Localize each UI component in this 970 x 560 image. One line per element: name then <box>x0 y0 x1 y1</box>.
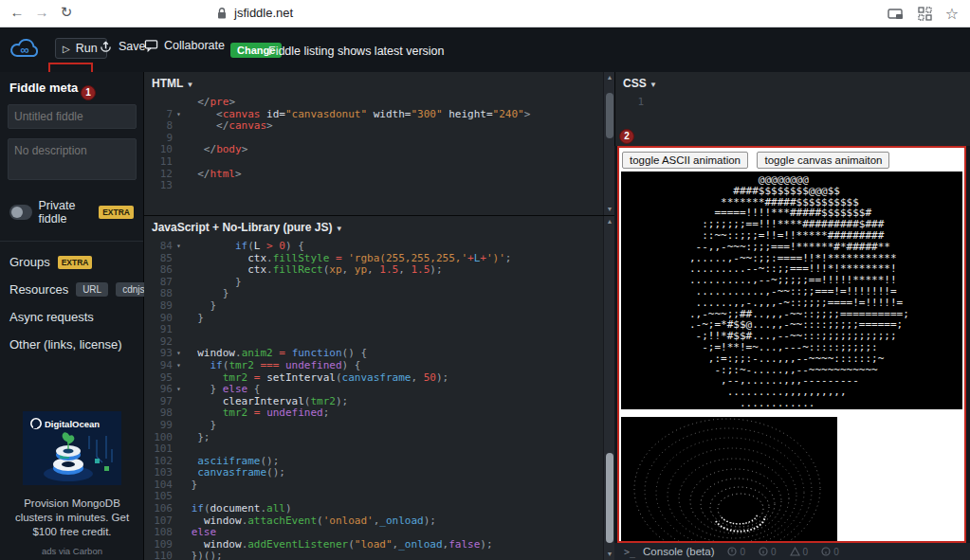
back-icon[interactable]: ← <box>8 4 27 20</box>
annotation-step-2: 2 <box>619 129 634 144</box>
jsfiddle-header: ∞ ▷ Run Save Collaborate Change Fiddle l… <box>0 27 970 72</box>
svg-text:∞: ∞ <box>20 43 28 57</box>
console-error-count[interactable]: 0 <box>727 547 745 557</box>
html-code-editor[interactable]: </pre>7▾ <canvas id="canvasdonut" width=… <box>144 92 614 192</box>
css-panel-header[interactable]: CSS ▼ <box>615 72 970 92</box>
header-notice: Fiddle listing shows latest version <box>268 45 445 58</box>
sidebar-item-other[interactable]: Other (links, license) <box>9 324 134 352</box>
ad-text[interactable]: Provision MongoDB clusters in minutes. G… <box>9 497 135 539</box>
save-icon <box>99 39 113 53</box>
code-line[interactable]: 12 </html> <box>144 169 614 181</box>
css-editor-panel: CSS ▼ 1 <box>614 72 970 146</box>
toggle-knob <box>11 207 23 218</box>
html-panel-header[interactable]: HTML ▼ <box>144 72 614 92</box>
sidebar: Fiddle meta Private fiddle EXTRA Groups … <box>0 72 144 560</box>
save-label: Save <box>119 40 146 53</box>
annotation-step-1: 1 <box>81 85 96 100</box>
result-panel: toggle ASCII animation toggle canvas ani… <box>617 146 966 543</box>
url-text: jsfiddle.net <box>234 6 293 20</box>
digitalocean-ad-image[interactable]: DigitalOcean <box>23 411 121 485</box>
terminal-prompt-icon: >_ <box>624 547 635 557</box>
code-line[interactable]: 10 </body> <box>144 144 614 156</box>
extra-badge: EXTRA <box>58 256 93 269</box>
carbon-ad[interactable]: DigitalOcean Provision MongoDB clusters … <box>0 411 144 556</box>
html-editor-scrollbar[interactable]: ▲ ▼ <box>603 72 614 215</box>
address-bar[interactable]: jsfiddle.net <box>216 6 293 20</box>
console-label: Console (beta) <box>643 546 714 557</box>
fiddle-description-input[interactable] <box>8 138 137 180</box>
code-line[interactable]: 99 } <box>144 420 614 432</box>
fiddle-title-input[interactable] <box>8 104 137 129</box>
js-editor-scrollbar[interactable]: ▲ ▼ <box>603 216 614 560</box>
js-editor-panel: JavaScript + No-Library (pure JS) ▼ 84▾ … <box>144 216 614 560</box>
console-bar[interactable]: >_ Console (beta) 0 0 0 0 <box>614 543 970 560</box>
css-code-editor[interactable]: 1 <box>615 92 970 109</box>
code-line[interactable]: 13 <box>144 180 614 192</box>
code-line[interactable]: 91 <box>144 324 614 336</box>
scroll-thumb[interactable] <box>606 453 613 543</box>
code-line[interactable]: 104 } <box>144 479 614 492</box>
chevron-down-icon: ▼ <box>336 225 343 233</box>
chevron-down-icon: ▼ <box>186 81 193 89</box>
code-line[interactable]: 110 })(); <box>144 551 614 560</box>
jsfiddle-logo[interactable]: ∞ <box>8 34 42 63</box>
warning-triangle-icon <box>790 547 800 556</box>
refresh-icon[interactable]: ↻ <box>57 4 76 21</box>
extra-badge: EXTRA <box>99 206 134 219</box>
ad-attribution[interactable]: ads via Carbon <box>0 546 144 556</box>
bookmark-star-icon[interactable]: ☆ <box>945 5 959 23</box>
collaborate-label: Collaborate <box>164 39 225 52</box>
async-label: Async requests <box>9 310 94 324</box>
run-label: Run <box>76 42 98 55</box>
console-warning-count[interactable]: 0 <box>790 547 809 557</box>
log-circle-icon <box>821 547 831 556</box>
error-circle-icon <box>727 547 737 556</box>
console-log-count[interactable]: 0 <box>821 547 839 557</box>
ascii-donut-art: @@@@@@@@ ####$$$$$$$$@@@$$ *******#####$… <box>621 172 962 409</box>
toggle-canvas-animation-button[interactable]: toggle canvas animaiton <box>757 152 889 169</box>
scroll-thumb[interactable] <box>606 93 613 138</box>
groups-label: Groups <box>9 255 50 269</box>
dotted-torus-graphic <box>621 417 837 541</box>
code-line[interactable]: 100 }; <box>144 432 614 444</box>
sidebar-item-resources[interactable]: Resources URL cdnjs <box>9 269 134 297</box>
scroll-down-icon[interactable]: ▼ <box>604 549 614 560</box>
html-panel-title: HTML <box>152 77 183 90</box>
info-circle-icon <box>759 547 768 556</box>
resources-url-button[interactable]: URL <box>76 282 108 297</box>
lock-icon <box>216 7 228 20</box>
scroll-up-icon[interactable]: ▲ <box>604 72 614 83</box>
scroll-down-icon[interactable]: ▼ <box>604 204 614 215</box>
svg-text:DigitalOcean: DigitalOcean <box>45 419 100 429</box>
private-fiddle-toggle[interactable] <box>9 205 32 220</box>
forward-icon[interactable]: → <box>32 4 51 20</box>
private-fiddle-label: Private fiddle <box>39 199 93 226</box>
other-label: Other (links, license) <box>9 337 121 352</box>
browser-chrome: ← → ↻ jsfiddle.net ☆ <box>0 0 970 27</box>
collaborate-button[interactable]: Collaborate <box>144 39 225 52</box>
sidebar-item-groups[interactable]: Groups EXTRA <box>9 242 134 269</box>
fiddle-meta-title: Fiddle meta <box>9 81 134 95</box>
speech-bubble-icon <box>144 39 158 52</box>
scroll-up-icon[interactable]: ▲ <box>604 216 614 227</box>
code-line[interactable]: 90 } <box>144 313 614 325</box>
sidebar-item-async-requests[interactable]: Async requests <box>9 297 134 324</box>
chevron-down-icon: ▼ <box>650 81 657 89</box>
run-icon: ▷ <box>63 44 70 54</box>
toggle-ascii-animation-button[interactable]: toggle ASCII animation <box>622 152 748 169</box>
save-button[interactable]: Save <box>99 39 146 53</box>
code-line[interactable]: 1 <box>615 97 970 109</box>
code-line[interactable]: 8 </canvas> <box>144 120 614 133</box>
js-panel-title: JavaScript + No-Library (pure JS) <box>152 221 332 234</box>
console-info-count[interactable]: 0 <box>759 547 777 557</box>
extensions-icon[interactable] <box>918 7 932 21</box>
media-controls-icon[interactable] <box>888 8 905 21</box>
canvas-donut <box>621 417 837 541</box>
js-code-editor[interactable]: 84▾ if(L > 0) {85 ctx.fillStyle = 'rgba(… <box>144 236 614 560</box>
code-line[interactable]: 89 } <box>144 300 614 313</box>
code-line[interactable]: 103 canvasframe(); <box>144 467 614 479</box>
html-editor-panel: HTML ▼ </pre>7▾ <canvas id="canvasdonut"… <box>144 72 614 216</box>
css-panel-title: CSS <box>623 77 647 90</box>
js-panel-header[interactable]: JavaScript + No-Library (pure JS) ▼ <box>144 216 614 236</box>
resources-label: Resources <box>9 282 68 297</box>
